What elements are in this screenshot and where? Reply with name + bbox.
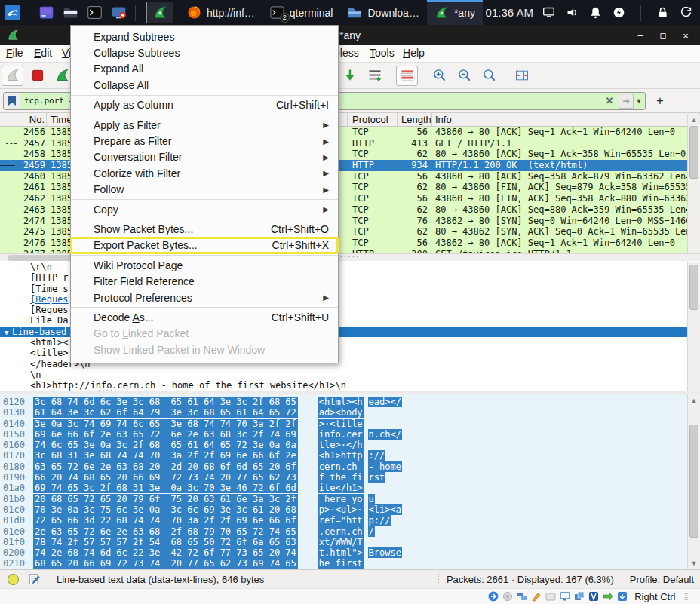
column-header-info[interactable]: Info [432,113,700,126]
vb-arrows-icon[interactable] [603,591,613,602]
hex-row-0130[interactable]: 013061 64 3e 3c 62 6f 64 79 3e 3c 68 65 … [0,407,700,418]
task-downloa-[interactable]: Downloa… [340,0,426,25]
hex-row-01b0[interactable]: 01b020 68 65 72 65 20 79 6f 75 20 63 61 … [0,494,700,504]
scroll-up-icon[interactable]: ▲ [689,397,698,404]
hex-row-0160[interactable]: 016074 6c 65 3e 0a 3c 2f 68 65 61 64 65 … [0,440,700,450]
menu-item-apply-as-filter[interactable]: Apply as Filter▶ [71,117,338,133]
capture-stop-button[interactable] [26,66,48,86]
menu-item-follow[interactable]: Follow▶ [71,182,338,198]
hex-row-0120[interactable]: 01203c 68 74 6d 6c 3e 3c 68 65 61 64 3e … [0,397,700,407]
menu-help[interactable]: Help [403,47,425,59]
hex-row-01d0[interactable]: 01d072 65 66 3d 22 68 74 74 70 3a 2f 2f … [0,515,700,526]
zoom-in-button[interactable] [428,66,450,86]
go-bottom-button[interactable] [339,66,361,86]
close-button[interactable]: ✕ [677,29,694,42]
bytes-scrollbar[interactable]: ▲ ▼ [687,394,700,569]
hex-row-0190[interactable]: 019066 20 74 68 65 20 66 69 72 73 74 20 … [0,472,700,483]
vb-windows-icon[interactable] [574,591,585,602]
menu-item-export-packet-bytes[interactable]: Export Packet Bytes...Ctrl+Shift+X [71,238,338,253]
menu-item-filter-field-reference[interactable]: Filter Field Reference [71,273,338,289]
hex-row-0170[interactable]: 01703c 68 31 3e 68 74 74 70 3a 2f 2f 69 … [0,450,700,461]
vb-network-icon[interactable] [517,591,527,602]
menu-tools[interactable]: Tools [370,47,395,59]
hex-row-0200[interactable]: 020074 2e 68 74 6d 6c 22 3e 42 72 6f 77 … [0,547,700,558]
vb-folder-icon[interactable] [545,591,556,602]
colorize-button[interactable] [396,66,418,86]
filter-dropdown-button[interactable]: ▼ [634,97,644,105]
menu-item-expand-subtrees[interactable]: Expand Subtrees [71,29,338,44]
filter-bookmark-button[interactable] [4,93,20,109]
hex-row-01e0[interactable]: 01e02e 63 65 72 6e 2e 63 68 2f 68 79 70 … [0,526,700,537]
power-icon[interactable] [612,6,625,19]
scrollbar-thumb[interactable] [689,126,698,179]
resize-columns-button[interactable] [511,66,533,86]
vb-usb-icon[interactable] [531,591,542,602]
pane-splitter-handle[interactable]: ····· [97,388,119,394]
capture-comment-icon[interactable] [28,573,40,585]
task-http-inf-[interactable]: http://inf… [180,0,262,25]
task-qterminal[interactable]: 2qterminal [262,0,341,25]
column-header-length[interactable]: Length [398,113,432,126]
hex-row-0180[interactable]: 018063 65 72 6e 2e 63 68 20 2d 20 68 6f … [0,461,700,472]
menu-item-protocol-preferences[interactable]: Protocol Preferences▶ [71,290,338,305]
capture-start-button[interactable] [2,66,23,86]
menu-item-conversation-filter[interactable]: Conversation Filter▶ [71,149,338,165]
task--any[interactable]: *any [427,0,483,25]
vb-autoresize-icon[interactable] [617,591,628,602]
clock[interactable]: 01:36 AM [486,6,533,19]
menu-item-apply-as-column[interactable]: Apply as ColumnCtrl+Shift+I [71,97,338,113]
details-scrollbar[interactable] [687,262,700,391]
filter-clear-button[interactable]: ✕ [602,95,617,106]
profile-indicator[interactable]: Profile: Default [630,574,694,585]
filter-apply-button[interactable]: ➜ [619,94,634,109]
menu-item-colorize-with-filter[interactable]: Colorize with Filter▶ [71,165,338,181]
menu-item-expand-all[interactable]: Expand All [71,61,338,77]
launcher-wireshark[interactable] [146,2,173,23]
bell-icon[interactable] [589,6,602,19]
packet-list-scrollbar[interactable]: ▲ [687,114,700,253]
launcher-screen-record[interactable] [107,2,130,23]
hex-row-0150[interactable]: 015069 6e 66 6f 2e 63 65 72 6e 2e 63 68 … [0,429,700,440]
expert-info-icon[interactable] [8,574,19,585]
zoom-out-button[interactable] [453,66,475,86]
vb-cdrom-icon[interactable] [502,591,513,602]
scroll-up-icon[interactable]: ▲ [689,116,698,124]
scroll-down-icon[interactable]: ▼ [689,560,698,567]
hex-row-0140[interactable]: 01403e 0a 3c 74 69 74 6c 65 3e 68 74 74 … [0,419,700,429]
menu-item-collapse-all[interactable]: Collapse All [71,77,338,93]
pane-splitter-handle[interactable]: ····· [339,253,361,261]
lock-icon[interactable] [656,6,669,19]
column-header-no[interactable]: No. [0,113,47,126]
vb-hdd-icon[interactable] [488,591,499,602]
launcher-terminal[interactable] [83,2,106,23]
menu-item-decode-as[interactable]: Decode As...Ctrl+Shift+U [71,309,338,325]
launcher-workspaces[interactable] [35,2,57,23]
vb-display-icon[interactable] [560,591,570,602]
zoom-reset-button[interactable] [478,66,500,86]
hex-row-01a0[interactable]: 01a069 74 65 3c 2f 68 31 3e 0a 3c 70 3e … [0,483,700,493]
resize-grip[interactable]: ⣿ [683,593,689,600]
maximize-button[interactable]: □ [655,29,671,42]
logout-icon[interactable] [680,6,692,19]
launcher-files[interactable] [59,2,81,23]
expand-arrow-icon[interactable]: ▼ [0,327,12,337]
menu-item-prepare-as-filter[interactable]: Prepare as Filter▶ [71,133,338,149]
hex-row-0210[interactable]: 021068 65 20 66 69 72 73 74 20 77 65 62 … [0,558,700,569]
minimize-button[interactable]: — [632,29,649,42]
auto-scroll-button[interactable] [364,66,385,86]
menu-item-show-packet-bytes[interactable]: Show Packet Bytes...Ctrl+Shift+O [71,221,338,237]
column-header-protocol[interactable]: Protocol [348,113,398,126]
detail-row[interactable]: \n [0,369,700,380]
vb-virtualbox-icon[interactable] [588,591,599,602]
menu-file[interactable]: File [6,47,23,59]
filter-add-button[interactable]: + [652,93,668,109]
menu-edit[interactable]: Edit [34,47,52,59]
kali-menu-button[interactable] [1,2,23,23]
scrollbar-thumb[interactable] [689,425,698,538]
menu-item-collapse-subtrees[interactable]: Collapse Subtrees [71,44,338,60]
hex-row-01c0[interactable]: 01c070 3e 0a 3c 75 6c 3e 0a 3c 6c 69 3e … [0,504,700,515]
hex-row-01f0[interactable]: 01f078 74 2f 57 57 57 2f 54 68 65 50 72 … [0,537,700,547]
volume-icon[interactable] [566,6,579,19]
scrollbar-thumb[interactable] [689,265,698,310]
menu-item-copy[interactable]: Copy▶ [71,201,338,217]
